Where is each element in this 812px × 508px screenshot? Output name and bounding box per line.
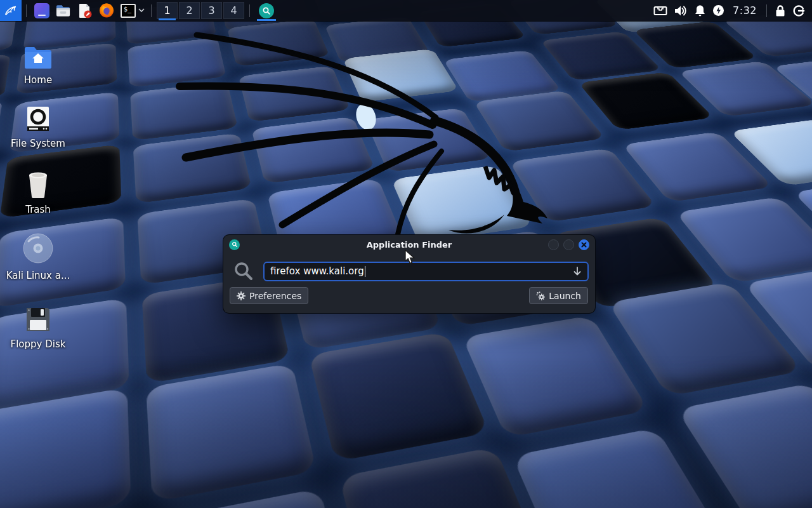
window-title: Application Finder: [223, 240, 595, 250]
workspace-2[interactable]: 2: [179, 2, 200, 19]
workspace-4[interactable]: 4: [223, 2, 244, 19]
wallpaper-cube: [676, 383, 812, 508]
launcher-terminal[interactable]: $_: [117, 0, 136, 21]
wallpaper-cube: [391, 165, 534, 243]
close-button[interactable]: [579, 239, 589, 250]
top-panel: $_ 1 2 3 4: [0, 0, 812, 21]
wallpaper-cube: [730, 119, 812, 186]
lock-screen-button[interactable]: [771, 0, 789, 21]
desktop-icon-label: Trash: [3, 204, 74, 215]
clock[interactable]: 7:32: [728, 4, 762, 17]
panel-separator: [26, 4, 27, 17]
application-finder-window: Application Finder firefox www.kali.org: [223, 235, 595, 313]
search-icon: [259, 3, 274, 18]
wallpaper-cube: [251, 117, 375, 184]
wallpaper-cube: [512, 427, 731, 508]
workspace-number: 4: [230, 4, 237, 17]
text-caret: [365, 266, 366, 277]
desktop-icon-trash[interactable]: Trash: [3, 165, 74, 215]
wallpaper-cube: [227, 19, 330, 67]
launch-button[interactable]: Launch: [529, 287, 588, 304]
logout-icon: [792, 4, 805, 17]
close-icon: [581, 242, 587, 248]
network-tray-icon[interactable]: [650, 0, 671, 21]
wallpaper-cube: [325, 17, 430, 62]
wallpaper-cube: [473, 90, 605, 152]
gear-icon: [237, 291, 246, 300]
cd-disc-icon: [3, 231, 74, 264]
wallpaper-cube: [678, 61, 812, 117]
panel-separator: [766, 4, 767, 17]
wallpaper-cube: [773, 57, 812, 110]
search-input[interactable]: firefox www.kali.org: [263, 262, 589, 281]
terminal-icon: $_: [121, 4, 136, 18]
launcher-text-editor[interactable]: [74, 0, 96, 21]
trash-icon: [3, 165, 74, 198]
wallpaper-cube: [239, 66, 351, 122]
launcher-window-manager[interactable]: [31, 0, 53, 21]
maximize-button[interactable]: [563, 239, 574, 250]
preferences-button[interactable]: Preferences: [230, 287, 308, 304]
desktop-icon-label: File System: [3, 138, 74, 149]
wallpaper-cube: [146, 363, 317, 502]
minimize-button[interactable]: [548, 239, 559, 250]
wallpaper-cube: [578, 72, 714, 130]
lock-icon: [775, 4, 786, 17]
desktop-icon-file-system[interactable]: File System: [3, 99, 74, 149]
desktop-icon-label: Home: [3, 74, 74, 86]
document-edit-icon: [77, 3, 93, 18]
speaker-icon: [674, 4, 688, 17]
wallpaper-cube: [462, 316, 649, 438]
wallpaper-cube: [308, 331, 489, 462]
power-manager-tray-icon[interactable]: [709, 0, 728, 21]
wallpaper-cube: [365, 108, 492, 173]
folder-icon: [56, 4, 71, 18]
desktop-icon-home[interactable]: Home: [3, 36, 74, 86]
panel-separator: [249, 4, 250, 17]
kali-menu-button[interactable]: [0, 0, 22, 21]
workspace-3[interactable]: 3: [201, 2, 222, 19]
wallpaper-cube: [675, 197, 812, 283]
launcher-file-manager[interactable]: [53, 0, 74, 21]
wallpaper-cube: [509, 148, 656, 222]
launcher-firefox[interactable]: [96, 0, 117, 21]
wallpaper-cube: [743, 264, 812, 372]
home-folder-icon: [3, 36, 74, 69]
search-glass-icon: [233, 261, 254, 281]
workspace-1[interactable]: 1: [157, 2, 178, 19]
preferences-label: Preferences: [249, 291, 301, 301]
desktop-icon-label: Floppy Disk: [3, 338, 74, 350]
wallpaper-cube: [0, 387, 131, 508]
chevron-down-icon[interactable]: [136, 6, 147, 15]
desktop-icon-kali-docs[interactable]: Kali Linux a...: [3, 231, 74, 281]
wallpaper-cube: [443, 50, 562, 102]
firefox-icon: [99, 3, 114, 18]
run-gear-icon: [536, 291, 545, 300]
launch-label: Launch: [549, 291, 581, 301]
bell-icon: [694, 4, 706, 17]
logout-button[interactable]: [789, 0, 808, 21]
taskbar-application-finder[interactable]: [254, 0, 278, 21]
desktop-icon-floppy-disk[interactable]: Floppy Disk: [3, 300, 74, 350]
wallpaper-cube: [540, 31, 662, 81]
window-icon: [34, 3, 49, 18]
wallpaper-cube: [793, 177, 812, 259]
wallpaper-cube: [343, 49, 459, 102]
hard-drive-icon: [3, 99, 74, 132]
workspace-number: 3: [208, 4, 214, 17]
panel-separator: [151, 4, 152, 17]
floppy-disk-icon: [3, 300, 74, 333]
wallpaper-cube: [339, 447, 551, 508]
workspace-number: 1: [164, 4, 170, 17]
ethernet-icon: [653, 5, 667, 16]
wallpaper-cube: [128, 37, 226, 87]
desktop-icon-label: Kali Linux a...: [3, 270, 74, 281]
dropdown-arrow-icon[interactable]: [573, 267, 582, 276]
volume-tray-icon[interactable]: [671, 0, 691, 21]
kali-dragon-silhouette: [162, 14, 599, 252]
battery-lightning-icon: [712, 4, 724, 17]
notification-tray-icon[interactable]: [691, 0, 709, 21]
mouse-cursor: [404, 250, 418, 265]
wallpaper-cube: [130, 82, 238, 141]
wallpaper-cube: [133, 133, 252, 203]
